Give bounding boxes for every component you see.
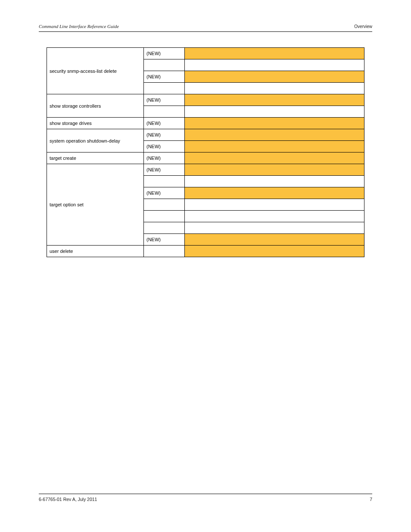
sub-cell: (NEW)	[144, 187, 185, 199]
sub-cell: (NEW)	[144, 141, 185, 152]
sub-cell: (NEW)	[144, 129, 185, 141]
desc-cell	[185, 59, 364, 71]
footer-left: 6-67765-01 Rev A, July 2011	[39, 497, 97, 502]
table-row: user delete	[47, 246, 364, 257]
cmd-cell: target option set	[47, 164, 144, 246]
desc-cell	[185, 152, 364, 164]
sub-cell	[144, 222, 185, 234]
sub-cell	[144, 211, 185, 222]
header-title-right: Overview	[354, 24, 372, 29]
desc-cell	[185, 48, 364, 59]
sub-cell: (NEW)	[144, 71, 185, 83]
desc-cell	[185, 118, 364, 129]
cmd-cell: target create	[47, 152, 144, 164]
sub-cell: (NEW)	[144, 164, 185, 176]
desc-cell	[185, 176, 364, 187]
sub-cell	[144, 246, 185, 257]
sub-cell: (NEW)	[144, 118, 185, 129]
command-table: security snmp-access-list delete (NEW) (…	[47, 47, 364, 257]
table-row: show storage drives (NEW)	[47, 118, 364, 129]
desc-cell	[185, 199, 364, 211]
desc-cell	[185, 222, 364, 234]
page-header: Command Line Interface Reference Guide O…	[39, 24, 372, 32]
footer-line: 6-67765-01 Rev A, July 2011 7	[39, 494, 372, 502]
desc-cell	[185, 71, 364, 83]
desc-cell	[185, 246, 364, 257]
sub-cell: (NEW)	[144, 234, 185, 246]
desc-cell	[185, 83, 364, 94]
sub-cell	[144, 106, 185, 118]
document-page: Command Line Interface Reference Guide O…	[0, 0, 411, 532]
sub-cell	[144, 83, 185, 94]
desc-cell	[185, 211, 364, 222]
desc-cell	[185, 141, 364, 152]
table-row: show storage controllers (NEW)	[47, 94, 364, 106]
desc-cell	[185, 234, 364, 246]
table-row: security snmp-access-list delete (NEW)	[47, 48, 364, 59]
cmd-cell: user delete	[47, 246, 144, 257]
desc-cell	[185, 106, 364, 118]
table-row: target option set (NEW)	[47, 164, 364, 176]
footer-page-number: 7	[370, 497, 372, 502]
cmd-cell: show storage controllers	[47, 94, 144, 118]
desc-cell	[185, 187, 364, 199]
cmd-cell: show storage drives	[47, 118, 144, 129]
sub-cell	[144, 59, 185, 71]
header-title-left: Command Line Interface Reference Guide	[39, 24, 119, 29]
cmd-cell: security snmp-access-list delete	[47, 48, 144, 94]
table-row: target create (NEW)	[47, 152, 364, 164]
sub-cell: (NEW)	[144, 152, 185, 164]
command-table-wrap: security snmp-access-list delete (NEW) (…	[47, 47, 364, 257]
sub-cell	[144, 199, 185, 211]
sub-cell: (NEW)	[144, 94, 185, 106]
desc-cell	[185, 164, 364, 176]
sub-cell	[144, 176, 185, 187]
table-row: system operation shutdown-delay (NEW)	[47, 129, 364, 141]
desc-cell	[185, 129, 364, 141]
page-footer: 6-67765-01 Rev A, July 2011 7	[39, 494, 372, 502]
sub-cell: (NEW)	[144, 48, 185, 59]
cmd-cell: system operation shutdown-delay	[47, 129, 144, 152]
desc-cell	[185, 94, 364, 106]
